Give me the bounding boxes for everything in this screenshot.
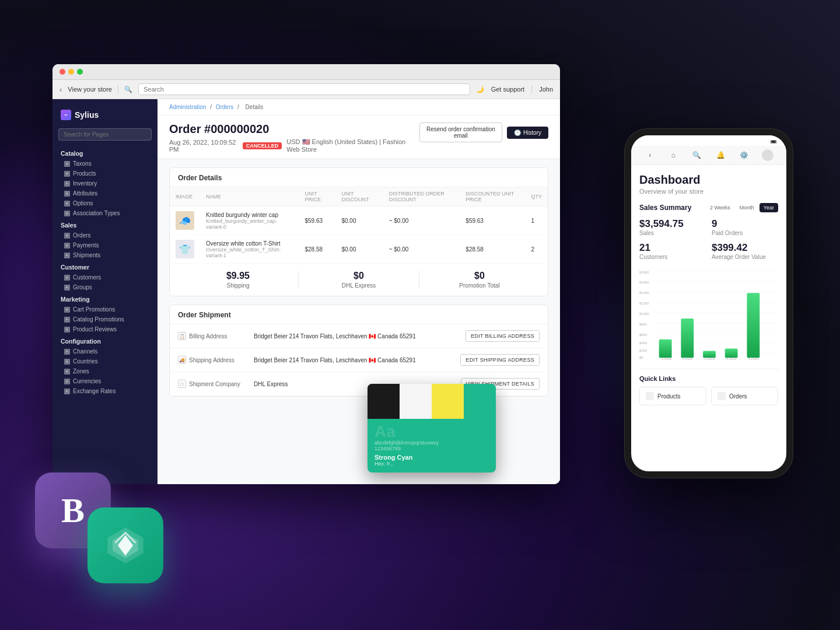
quick-link-products[interactable]: Products <box>639 387 706 405</box>
history-button[interactable]: 🕐 History <box>507 127 548 139</box>
options-icon: ▪ <box>64 201 70 206</box>
color-swatches <box>368 384 496 419</box>
association-types-icon: ▪ <box>64 211 70 216</box>
unit-price-1: $59.63 <box>299 206 335 235</box>
sidebar-item-cart-promotions[interactable]: ▪Cart Promotions <box>52 304 158 314</box>
sidebar-item-customers[interactable]: ▪Customers <box>52 272 158 282</box>
products-quick-icon <box>646 392 654 400</box>
main-content: Administration / Orders / Details Order … <box>158 99 560 484</box>
color-palette-card: Aa abcdefghijklmnopqrstuvwxy 123456789 S… <box>368 384 496 473</box>
zones-icon: ▪ <box>64 369 70 374</box>
nav-back-icon[interactable]: ‹ <box>60 85 62 94</box>
svg-text:5.2022: 5.2022 <box>748 357 758 360</box>
phone-nav-back[interactable]: ‹ <box>644 149 656 161</box>
sidebar-item-attributes[interactable]: ▪Attributes <box>52 188 158 198</box>
taxons-icon: ▪ <box>64 161 70 167</box>
view-store-link[interactable]: View your store <box>68 86 112 93</box>
maximize-button[interactable] <box>77 69 83 75</box>
sidebar-item-catalog-promotions[interactable]: ▪Catalog Promotions <box>52 314 158 324</box>
browser-chrome <box>52 64 560 80</box>
sidebar-item-shipments[interactable]: ▪Shipments <box>52 250 158 260</box>
sidebar-item-currencies[interactable]: ▪Currencies <box>52 376 158 386</box>
sidebar-item-payments[interactable]: ▪Payments <box>52 240 158 250</box>
swatch-cyan <box>464 384 496 419</box>
phone-nav-avatar[interactable] <box>762 149 774 161</box>
svg-rect-19 <box>659 340 672 358</box>
orders-quick-icon <box>718 392 726 400</box>
tab-year[interactable]: Year <box>760 203 778 212</box>
user-menu[interactable]: John <box>539 86 553 93</box>
billing-address-label: 📋 Billing Address <box>178 332 254 340</box>
sidebar-item-zones[interactable]: ▪Zones <box>52 366 158 376</box>
page-header: Order #000000020 Aug 26, 2022, 10:09:52 … <box>158 116 560 159</box>
breadcrumb-sep2: / <box>237 104 239 110</box>
breadcrumb-orders[interactable]: Orders <box>216 104 234 110</box>
sidebar: ~ Sylius Catalog ▪Taxons ▪Products ▪Inve… <box>52 99 158 484</box>
svg-text:$1200: $1200 <box>639 302 649 305</box>
product-name-1: Knitted burgundy winter cap <box>206 212 293 218</box>
content-area: Order Details IMAGE NAME UNIT PRICE UNIT… <box>158 159 560 413</box>
sidebar-item-product-reviews[interactable]: ▪Product Reviews <box>52 324 158 334</box>
phone-nav-settings[interactable]: ⚙️ <box>738 149 750 161</box>
svg-text:$600: $600 <box>639 333 648 337</box>
shipping-icon: 🚚 <box>178 356 186 364</box>
moon-icon: 🌙 <box>476 86 484 93</box>
resend-email-button[interactable]: Resend order confirmation email <box>419 123 502 142</box>
col-distributed-discount: DISTRIBUTED ORDER DISCOUNT <box>383 187 460 206</box>
promo-label: Promotion Total <box>419 282 540 289</box>
phone-nav-bell[interactable]: 🔔 <box>715 149 726 161</box>
exchange-rates-icon: ▪ <box>64 388 70 394</box>
get-support-button[interactable]: Get support <box>491 86 524 93</box>
phone-screen: ‹ ⌂ 🔍 🔔 ⚙️ Dashboard Overview of your st… <box>631 135 786 471</box>
close-button[interactable] <box>60 69 65 75</box>
breadcrumb: Administration / Orders / Details <box>158 99 560 116</box>
page-title: Order #000000020 <box>169 123 419 136</box>
shipping-address-label: 🚚 Shipping Address <box>178 356 254 364</box>
sidebar-item-channels[interactable]: ▪Channels <box>52 346 158 356</box>
sidebar-item-exchange-rates[interactable]: ▪Exchange Rates <box>52 386 158 396</box>
sidebar-item-countries[interactable]: ▪Countries <box>52 356 158 366</box>
order-info: Order #000000020 Aug 26, 2022, 10:09:52 … <box>169 123 419 153</box>
sidebar-item-association-types[interactable]: ▪Association Types <box>52 208 158 218</box>
company-icon: □ <box>178 380 186 388</box>
product-reviews-icon: ▪ <box>64 327 70 332</box>
composer-icon <box>88 508 163 583</box>
svg-rect-23 <box>747 293 760 358</box>
svg-rect-22 <box>725 349 738 358</box>
sidebar-item-taxons[interactable]: ▪Taxons <box>52 159 158 169</box>
svg-text:$1800: $1800 <box>639 271 649 274</box>
phone-nav-search[interactable]: 🔍 <box>691 149 703 161</box>
tab-month[interactable]: Month <box>736 203 758 212</box>
browser-search-input[interactable] <box>138 83 470 95</box>
order-details-card: Order Details IMAGE NAME UNIT PRICE UNIT… <box>169 167 548 296</box>
dhl-label: DHL Express <box>299 282 419 289</box>
sidebar-brand-name: Sylius <box>75 110 99 120</box>
breadcrumb-sep1: / <box>210 104 212 110</box>
minimize-button[interactable] <box>68 69 74 75</box>
phone-nav-home[interactable]: ⌂ <box>667 149 679 161</box>
sidebar-item-products[interactable]: ▪Products <box>52 169 158 178</box>
breadcrumb-administration[interactable]: Administration <box>169 104 206 110</box>
sidebar-item-options[interactable]: ▪Options <box>52 198 158 208</box>
edit-billing-button[interactable]: EDIT BILLING ADDRESS <box>466 330 540 342</box>
product-sku-1: Knitted_burgundy_winter_cap-variant-0 <box>206 218 293 230</box>
quantity-1: 1 <box>525 206 548 235</box>
tab-2weeks[interactable]: 2 Weeks <box>706 203 734 212</box>
billing-icon: 📋 <box>178 332 186 340</box>
sidebar-item-inventory[interactable]: ▪Inventory <box>52 178 158 188</box>
shipping-label: Shipping <box>178 282 298 289</box>
sidebar-search-input[interactable] <box>58 128 152 141</box>
edit-shipping-button[interactable]: EDIT SHIPPING ADDRESS <box>460 354 540 366</box>
quick-links-grid: Products Orders <box>639 387 778 405</box>
promo-amount: $0 <box>419 271 540 281</box>
billing-address-value: Bridget Beier 214 Travon Flats, Leschhav… <box>254 333 466 340</box>
sidebar-item-groups[interactable]: ▪Groups <box>52 282 158 292</box>
sidebar-item-orders[interactable]: ▪Orders <box>52 230 158 240</box>
dashboard-title: Dashboard <box>639 173 778 187</box>
svg-text:$800: $800 <box>639 323 648 326</box>
stat-paid-orders: 9 Paid Orders <box>712 218 778 236</box>
col-name: NAME <box>200 187 299 206</box>
discounted-price-2: $28.58 <box>460 235 525 264</box>
quick-link-orders[interactable]: Orders <box>711 387 778 405</box>
color-numbers: 123456789 <box>374 446 489 452</box>
